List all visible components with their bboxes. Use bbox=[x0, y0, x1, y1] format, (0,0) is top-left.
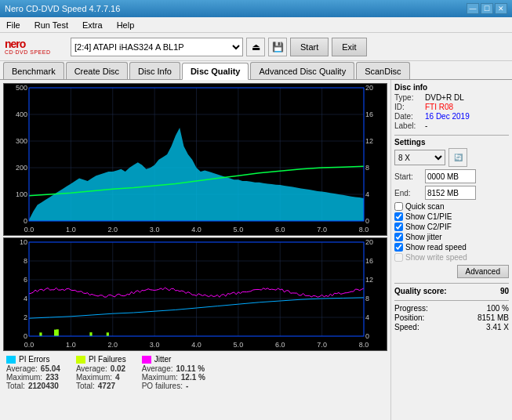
quality-score-label: Quality score: bbox=[394, 287, 447, 295]
top-chart bbox=[3, 83, 387, 236]
tab-disc-info[interactable]: Disc Info bbox=[129, 62, 180, 79]
title-bar: Nero CD-DVD Speed 4.7.7.16 — ☐ ✕ bbox=[0, 0, 512, 17]
start-button[interactable]: Start bbox=[290, 38, 329, 56]
date-value: 16 Dec 2019 bbox=[425, 112, 470, 121]
menu-file[interactable]: File bbox=[3, 19, 24, 31]
eject-button[interactable]: ⏏ bbox=[246, 38, 265, 56]
tab-advanced-disc-quality[interactable]: Advanced Disc Quality bbox=[250, 62, 354, 79]
close-button[interactable]: ✕ bbox=[495, 3, 507, 14]
disc-info-section: Disc info Type: DVD+R DL ID: FTI R08 Dat… bbox=[394, 83, 509, 130]
legend-jitter: Jitter Average: 10.11 % Maximum: 12.1 % … bbox=[142, 355, 205, 390]
settings-section: Settings 8 X 🔄 Start: End: Quick scan bbox=[394, 138, 509, 278]
jitter-color-box bbox=[142, 356, 151, 364]
position-value: 8151 MB bbox=[478, 313, 509, 322]
date-label: Date: bbox=[394, 112, 422, 121]
menu-run-test[interactable]: Run Test bbox=[31, 19, 71, 31]
end-row: End: bbox=[394, 186, 509, 200]
pi-errors-label: PI Errors bbox=[19, 355, 49, 364]
id-label: ID: bbox=[394, 103, 422, 111]
type-value: DVD+R DL bbox=[425, 93, 464, 102]
divider-3 bbox=[394, 300, 509, 301]
speed-label: Speed: bbox=[394, 323, 419, 331]
tabs: Benchmark Create Disc Disc Info Disc Qua… bbox=[0, 61, 512, 80]
read-speed-label: Show read speed bbox=[405, 243, 467, 252]
legend-pi-errors: PI Errors Average: 65.04 Maximum: 233 To… bbox=[6, 355, 60, 390]
start-label: Start: bbox=[394, 172, 422, 181]
end-label: End: bbox=[394, 189, 422, 197]
c1pie-checkbox[interactable] bbox=[394, 212, 403, 221]
tab-scandisc[interactable]: ScanDisc bbox=[356, 62, 409, 79]
nero-logo-sub: CD·DVD SPEED bbox=[5, 49, 51, 55]
drive-select[interactable]: [2:4] ATAPI iHAS324 A BL1P bbox=[71, 38, 243, 56]
legend: PI Errors Average: 65.04 Maximum: 233 To… bbox=[3, 353, 387, 393]
progress-value: 100 % bbox=[487, 304, 509, 313]
jitter-label: Jitter bbox=[154, 355, 172, 364]
start-row: Start: bbox=[394, 169, 509, 183]
tab-benchmark[interactable]: Benchmark bbox=[3, 62, 64, 79]
start-input[interactable] bbox=[425, 169, 476, 183]
speed-select[interactable]: 8 X bbox=[394, 150, 445, 165]
progress-section: Progress: 100 % Position: 8151 MB Speed:… bbox=[394, 304, 509, 331]
divider-2 bbox=[394, 283, 509, 284]
speed-value: 3.41 X bbox=[486, 323, 509, 331]
write-speed-label: Show write speed bbox=[405, 253, 467, 262]
read-speed-row: Show read speed bbox=[394, 243, 509, 252]
exit-button[interactable]: Exit bbox=[332, 38, 366, 56]
jitter-checkbox[interactable] bbox=[394, 233, 403, 241]
c2pif-label: Show C2/PIF bbox=[405, 223, 452, 231]
read-speed-checkbox[interactable] bbox=[394, 243, 403, 252]
chart-area: PI Errors Average: 65.04 Maximum: 233 To… bbox=[0, 80, 390, 420]
c1pie-row: Show C1/PIE bbox=[394, 212, 509, 221]
menu-bar: File Run Test Extra Help bbox=[0, 17, 512, 33]
menu-help[interactable]: Help bbox=[114, 19, 138, 31]
nero-logo-text: nero bbox=[5, 38, 25, 49]
c1pie-label: Show C1/PIE bbox=[405, 212, 452, 221]
toolbar: nero CD·DVD SPEED [2:4] ATAPI iHAS324 A … bbox=[0, 33, 512, 61]
advanced-button[interactable]: Advanced bbox=[457, 265, 509, 278]
c2pif-checkbox[interactable] bbox=[394, 223, 403, 231]
end-input[interactable] bbox=[425, 186, 476, 200]
speed-row: 8 X 🔄 bbox=[394, 148, 509, 167]
disc-label-value: - bbox=[425, 121, 427, 130]
window-title: Nero CD-DVD Speed 4.7.7.16 bbox=[5, 4, 120, 13]
maximize-button[interactable]: ☐ bbox=[481, 3, 493, 14]
c2pif-row: Show C2/PIF bbox=[394, 223, 509, 231]
write-speed-checkbox[interactable] bbox=[394, 253, 403, 262]
right-panel: Disc info Type: DVD+R DL ID: FTI R08 Dat… bbox=[390, 80, 512, 420]
nero-logo: nero CD·DVD SPEED bbox=[5, 35, 67, 59]
pi-errors-color-box bbox=[6, 356, 16, 364]
window-controls[interactable]: — ☐ ✕ bbox=[467, 3, 507, 14]
jitter-label: Show jitter bbox=[405, 233, 442, 241]
jitter-row: Show jitter bbox=[394, 233, 509, 241]
quality-section: Quality score: 90 bbox=[394, 287, 509, 295]
minimize-button[interactable]: — bbox=[467, 3, 479, 14]
legend-pi-failures: PI Failures Average: 0.02 Maximum: 4 Tot… bbox=[76, 355, 126, 390]
divider-1 bbox=[394, 135, 509, 136]
pi-failures-label: PI Failures bbox=[89, 355, 126, 364]
menu-extra[interactable]: Extra bbox=[79, 19, 106, 31]
save-button[interactable]: 💾 bbox=[268, 38, 287, 56]
bottom-chart bbox=[3, 237, 387, 351]
quick-scan-row: Quick scan bbox=[394, 202, 509, 211]
quick-scan-checkbox[interactable] bbox=[394, 202, 403, 211]
quality-score-value: 90 bbox=[500, 287, 509, 295]
write-speed-row: Show write speed bbox=[394, 253, 509, 262]
pi-failures-color-box bbox=[76, 356, 85, 364]
tab-create-disc[interactable]: Create Disc bbox=[66, 62, 128, 79]
main-content: PI Errors Average: 65.04 Maximum: 233 To… bbox=[0, 80, 512, 420]
tab-disc-quality[interactable]: Disc Quality bbox=[182, 63, 249, 80]
settings-refresh-button[interactable]: 🔄 bbox=[448, 148, 467, 167]
disc-info-title: Disc info bbox=[394, 83, 509, 92]
settings-title: Settings bbox=[394, 138, 509, 147]
disc-label-label: Label: bbox=[394, 121, 422, 130]
id-value: FTI R08 bbox=[425, 103, 453, 111]
position-label: Position: bbox=[394, 313, 424, 322]
type-label: Type: bbox=[394, 93, 422, 102]
quick-scan-label: Quick scan bbox=[405, 202, 444, 211]
progress-label: Progress: bbox=[394, 304, 428, 313]
